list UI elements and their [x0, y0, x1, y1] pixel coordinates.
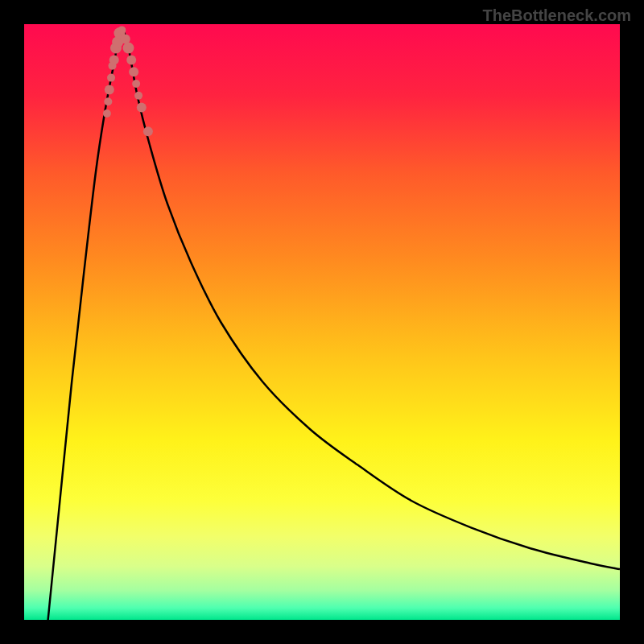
data-marker [107, 74, 115, 82]
data-marker [134, 92, 142, 100]
data-marker [132, 80, 140, 88]
chart-plot-area [24, 24, 620, 620]
data-marker [109, 55, 119, 64]
data-marker [126, 55, 136, 64]
data-marker [137, 103, 147, 113]
data-marker [105, 85, 114, 94]
data-marker [123, 43, 134, 54]
watermark-text: TheBottleneck.com [483, 6, 631, 25]
data-marker [118, 26, 126, 34]
curve-overlay [24, 24, 620, 620]
data-marker [143, 126, 153, 136]
data-markers [103, 26, 153, 136]
data-marker [129, 67, 138, 76]
bottleneck-curve [48, 30, 620, 620]
data-marker [104, 97, 112, 105]
data-marker [103, 109, 111, 118]
